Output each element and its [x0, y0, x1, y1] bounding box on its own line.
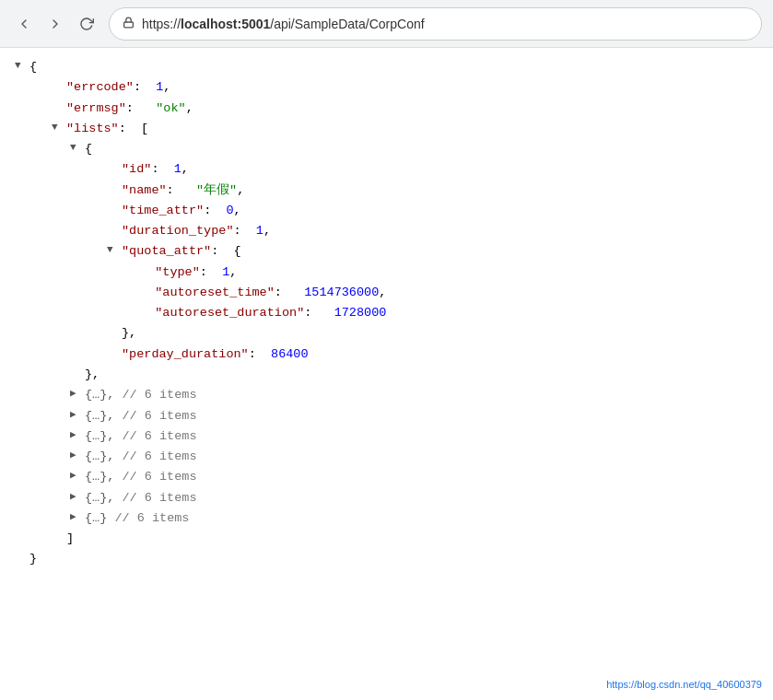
time-attr-line: "time_attr": 0,	[15, 201, 758, 221]
collapsed-toggle-3[interactable]	[70, 426, 85, 443]
svg-rect-0	[124, 21, 134, 27]
forward-button[interactable]	[42, 11, 68, 37]
refresh-button[interactable]	[74, 11, 100, 37]
collapsed-toggle-6[interactable]	[70, 488, 85, 505]
collapsed-item-7: {…} // 6 items	[15, 508, 758, 529]
collapsed-toggle-4[interactable]	[70, 447, 85, 463]
collapsed-item-4: {…}, // 6 items	[15, 447, 758, 467]
first-obj-close: },	[15, 365, 758, 385]
first-obj-toggle[interactable]	[70, 139, 85, 156]
collapsed-toggle-7[interactable]	[70, 508, 85, 525]
lists-open: "lists": [	[15, 119, 758, 139]
autoreset-time-line: "autoreset_time": 1514736000,	[15, 283, 758, 303]
lock-icon	[123, 17, 135, 31]
collapsed-toggle-2[interactable]	[70, 406, 85, 423]
browser-toolbar: https://localhost:5001/api/SampleData/Co…	[0, 0, 773, 48]
id-line: "id": 1,	[15, 159, 758, 180]
collapsed-item-1: {…}, // 6 items	[15, 385, 758, 405]
quota-attr-close: },	[15, 323, 758, 344]
duration-type-line: "duration_type": 1,	[15, 221, 758, 241]
lists-toggle[interactable]	[52, 119, 66, 135]
errmsg-line: "errmsg": "ok",	[15, 99, 758, 119]
quota-type-line: "type": 1,	[15, 262, 758, 283]
first-obj-open: {	[15, 139, 758, 159]
perday-duration-line: "perday_duration": 86400	[15, 344, 758, 365]
collapsed-toggle-5[interactable]	[70, 467, 85, 484]
watermark: https://blog.csdn.net/qq_40600379	[606, 676, 762, 693]
collapsed-item-6: {…}, // 6 items	[15, 488, 758, 508]
collapsed-item-5: {…}, // 6 items	[15, 467, 758, 487]
collapsed-item-2: {…}, // 6 items	[15, 406, 758, 426]
url-display: https://localhost:5001/api/SampleData/Co…	[142, 17, 425, 31]
root-open: {	[15, 57, 758, 77]
nav-buttons	[11, 11, 100, 37]
errcode-line: "errcode": 1,	[15, 77, 758, 98]
quota-attr-open: "quota_attr": {	[15, 241, 758, 262]
root-close: }	[15, 549, 758, 569]
lists-close: ]	[15, 529, 758, 549]
back-button[interactable]	[11, 11, 37, 37]
address-bar[interactable]: https://localhost:5001/api/SampleData/Co…	[109, 7, 762, 41]
quota-attr-toggle[interactable]	[107, 241, 122, 258]
collapsed-toggle-1[interactable]	[70, 385, 85, 402]
name-line: "name": "年假",	[15, 181, 758, 201]
collapsed-item-3: {…}, // 6 items	[15, 426, 758, 447]
root-toggle[interactable]	[15, 57, 29, 74]
autoreset-duration-line: "autoreset_duration": 1728000	[15, 303, 758, 323]
json-viewer: { "errcode": 1, "errmsg": "ok", "lists":…	[0, 48, 773, 700]
